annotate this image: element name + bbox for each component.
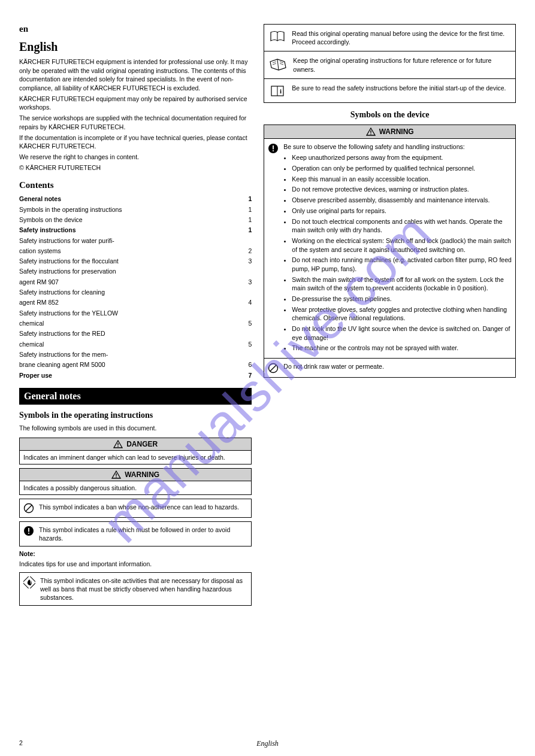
bullet-item: Do not remove protective devices, warnin… <box>292 185 512 194</box>
intro-p3: The service workshops are supplied with … <box>19 114 252 131</box>
toc-page: 4 <box>248 297 252 308</box>
bullet-item: Do not look into the UV light source whe… <box>292 324 512 342</box>
toc-page: 1 <box>248 215 252 225</box>
mandatory-icon <box>268 142 279 154</box>
svg-rect-25 <box>273 145 274 150</box>
footer-language: English <box>256 739 279 748</box>
svg-rect-10 <box>28 533 29 534</box>
prohibition-icon <box>268 362 279 374</box>
toc-item: Proper use <box>19 371 52 381</box>
toc-item: chemical <box>19 318 44 329</box>
subsection-symbols-on-device: Symbols on the device <box>264 110 516 120</box>
svg-line-14 <box>273 62 276 63</box>
toc-heading: Contents <box>19 180 252 190</box>
manual-closed-icon <box>269 29 286 43</box>
svg-rect-23 <box>370 133 371 135</box>
flammable-icon <box>23 576 35 588</box>
intro-p1: KÄRCHER FUTURETECH equipment is intended… <box>19 57 252 93</box>
toc-page: 7 <box>248 371 252 381</box>
toc-item: Safety instructions <box>19 225 76 235</box>
toc-item: Safety instructions for preservation <box>19 266 116 277</box>
svg-text:i: i <box>280 87 282 95</box>
toc-page: 1 <box>248 225 252 235</box>
toc-item: Safety instructions for the YELLOW <box>19 308 118 318</box>
svg-rect-4 <box>116 473 116 476</box>
toc-page: 2 <box>248 246 252 256</box>
toc-item: Safety instructions for cleaning <box>19 287 105 297</box>
mandatory-icon <box>23 526 34 536</box>
toc-item: cation systems <box>19 246 61 256</box>
warning-header-left: WARNING <box>20 469 251 481</box>
sub1-text: The following symbols are used in this d… <box>19 424 252 433</box>
warning-header-right: WARNING <box>264 125 515 139</box>
footer-page-number: 2 <box>19 739 23 746</box>
toc-item: Safety instructions for the RED <box>19 329 105 339</box>
toc-item: agent RM 852 <box>19 297 59 308</box>
toc-page: 3 <box>248 277 252 287</box>
bullet-item: Observe prescribed assembly, disassembly… <box>292 196 512 205</box>
warning-body-left: Indicates a possibly dangerous situation… <box>20 481 251 494</box>
toc-list: General notes1 Symbols in the operating … <box>19 194 252 381</box>
warning-intro-text: Be sure to observe the following safety … <box>283 142 512 151</box>
toc-page: 5 <box>248 339 252 350</box>
bullet-item: Do not touch electrical components and c… <box>292 217 512 235</box>
bullet-item: The machine or the controls may not be s… <box>292 344 512 353</box>
bullet-item: Keep unauthorized persons away from the … <box>292 153 512 162</box>
warning-label-right: WARNING <box>379 127 414 136</box>
toc-item: Safety instructions for the flocculant <box>19 256 119 266</box>
read-safety-text: Be sure to read the safety instructions … <box>292 84 506 92</box>
warning-triangle-icon <box>366 127 376 136</box>
toc-item: General notes <box>19 194 61 204</box>
do-not-drink-text: Do not drink raw water or permeate. <box>283 362 384 371</box>
toc-item: brane cleaning agent RM 5000 <box>19 360 105 370</box>
intro-p4: If the documentation is incomplete or if… <box>19 133 252 151</box>
toc-item: Symbols in the operating instructions <box>19 205 122 215</box>
intro-p2: KÄRCHER FUTURETECH equipment may only be… <box>19 95 252 112</box>
page-title: English <box>19 40 252 54</box>
hazardous-substance-text: This symbol indicates on-site activities… <box>40 576 247 602</box>
intro-p5: We reserve the right to changes in conte… <box>19 153 252 162</box>
info-sheet-icon: i <box>269 84 286 98</box>
toc-item: Safety instructions for the mem- <box>19 350 108 360</box>
svg-rect-26 <box>273 150 274 151</box>
bullet-item: Operation can only be performed by quali… <box>292 164 512 173</box>
svg-line-16 <box>280 62 283 63</box>
keep-manual-text: Keep the original operating instructions… <box>293 56 510 73</box>
svg-rect-2 <box>117 446 118 447</box>
toc-page: 6 <box>248 360 252 370</box>
note-label: Note: <box>19 550 35 557</box>
toc-item: Safety instructions for water purifi- <box>19 236 114 246</box>
intro-copyright: © KÄRCHER FUTURETECH <box>19 163 252 172</box>
svg-line-7 <box>26 505 32 511</box>
svg-line-28 <box>270 365 276 371</box>
bullet-item: De-pressurise the system pipelines. <box>292 294 512 303</box>
bullet-item: Wear protective gloves, safety goggles a… <box>292 305 512 323</box>
svg-line-17 <box>280 63 283 65</box>
read-manual-text: Read this original operating manual befo… <box>292 29 510 46</box>
bullet-item: Working on the electrical system: Switch… <box>292 236 512 254</box>
svg-rect-22 <box>370 130 371 133</box>
svg-rect-5 <box>116 476 116 478</box>
toc-page: 1 <box>248 205 252 215</box>
note-text: Indicates tips for use and important inf… <box>19 560 252 569</box>
danger-label: DANGER <box>126 440 158 448</box>
toc-page: 3 <box>248 256 252 266</box>
bullet-item: Keep this manual in an easily accessible… <box>292 175 512 184</box>
danger-body: Indicates an imminent danger which can l… <box>20 451 251 464</box>
prohibition-icon <box>23 503 34 514</box>
subsection-symbols-operating-instructions: Symbols in the operating instructions <box>19 411 252 420</box>
toc-item: Symbols on the device <box>19 215 83 225</box>
prohibition-text: This symbol indicates a ban whose non-ad… <box>39 503 239 511</box>
warning-triangle-icon <box>111 470 121 479</box>
toc-page: 5 <box>248 318 252 329</box>
toc-item: agent RM 907 <box>19 277 59 287</box>
intro-block: KÄRCHER FUTURETECH equipment is intended… <box>19 57 252 172</box>
warning-triangle-icon <box>113 440 123 448</box>
toc-item: chemical <box>19 339 44 350</box>
toc-page: 1 <box>248 194 252 204</box>
svg-rect-9 <box>28 528 29 532</box>
svg-line-13 <box>277 59 279 70</box>
section-general-notes-bar: General notes <box>19 388 252 405</box>
danger-header: DANGER <box>20 438 251 451</box>
bullet-item: Only use original parts for repairs. <box>292 207 512 215</box>
